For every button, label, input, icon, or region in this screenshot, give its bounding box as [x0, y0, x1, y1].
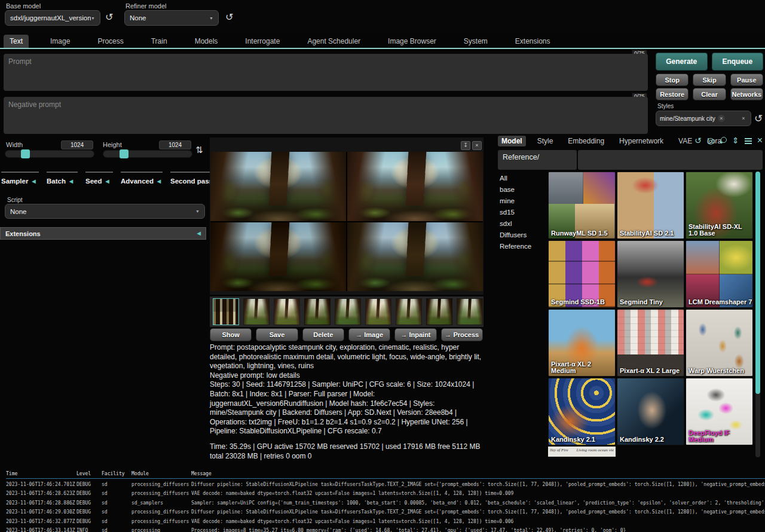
- height-slider[interactable]: [103, 150, 192, 158]
- networks-scan-icon[interactable]: ◎: [707, 136, 714, 145]
- styles-refresh-icon[interactable]: ↺: [754, 114, 763, 124]
- thumbnail[interactable]: [426, 298, 452, 325]
- width-value[interactable]: 1024: [61, 140, 93, 149]
- enqueue-button[interactable]: Enqueue: [712, 53, 764, 71]
- generated-image-grid[interactable]: [210, 152, 483, 291]
- accordion-advanced[interactable]: Advanced ◀: [121, 172, 163, 185]
- accordion-seed[interactable]: Seed ◀: [85, 172, 113, 185]
- networks-tab-embedding[interactable]: Embedding: [564, 136, 608, 146]
- category-mine[interactable]: mine: [500, 195, 531, 207]
- model-card[interactable]: RunwayML SD 1.5: [548, 172, 616, 239]
- clear-styles-icon[interactable]: ×: [740, 115, 747, 122]
- networks-tab-vae[interactable]: VAE: [675, 136, 696, 146]
- networks-search-input[interactable]: Reference/: [498, 150, 577, 170]
- view-menu-icon[interactable]: [745, 137, 752, 143]
- model-card[interactable]: StabilityAI SD-XL 1.0 Base: [686, 172, 753, 239]
- networks-tab-hypernetwork[interactable]: Hypernetwork: [616, 136, 667, 146]
- refiner-model-refresh-icon[interactable]: ↺: [225, 13, 233, 22]
- networks-scrollbar[interactable]: [755, 172, 760, 457]
- model-card-name: StabilityAI SD 2.1: [620, 230, 674, 237]
- width-slider[interactable]: [5, 150, 94, 158]
- base-model-refresh-icon[interactable]: ↺: [105, 13, 113, 22]
- thumbnail[interactable]: [457, 298, 483, 325]
- model-card[interactable]: StabilityAI SD 2.1: [617, 172, 684, 239]
- generate-button[interactable]: Generate: [656, 53, 708, 71]
- accordion-sampler[interactable]: Sampler ◀: [1, 172, 39, 185]
- thumbnail[interactable]: [365, 298, 391, 325]
- send-to-image-button[interactable]: → Image: [348, 328, 390, 341]
- styles-select[interactable]: mine/Steampunk city × ×: [656, 111, 751, 126]
- model-card[interactable]: DeepFloyd IF Medium: [686, 378, 753, 445]
- category-sd15[interactable]: sd15: [500, 207, 531, 218]
- restore-button[interactable]: Restore: [656, 88, 688, 100]
- tab-system[interactable]: System: [458, 35, 494, 48]
- category-reference[interactable]: Reference: [500, 241, 531, 252]
- tab-models[interactable]: Models: [189, 35, 224, 48]
- height-slider-handle[interactable]: [120, 149, 128, 158]
- thumbnail[interactable]: [396, 298, 422, 325]
- tab-image-browser[interactable]: Image Browser: [382, 35, 442, 48]
- search-icon[interactable]: [720, 137, 727, 144]
- scrollbar-thumb[interactable]: [755, 172, 760, 394]
- height-value[interactable]: 1024: [159, 140, 191, 149]
- generated-image[interactable]: [347, 222, 483, 292]
- download-image-icon[interactable]: ↧: [461, 141, 470, 150]
- generated-image[interactable]: [210, 222, 346, 292]
- tab-text[interactable]: Text: [4, 35, 29, 48]
- category-base[interactable]: base: [500, 184, 531, 195]
- category-all[interactable]: All: [500, 173, 531, 184]
- sort-updown-icon[interactable]: ⇕: [732, 136, 739, 145]
- pause-button[interactable]: Pause: [730, 74, 763, 86]
- thumbnail[interactable]: [243, 298, 270, 325]
- show-button[interactable]: Show: [210, 328, 252, 341]
- thumbnail[interactable]: [304, 298, 331, 325]
- clear-button[interactable]: Clear: [693, 88, 726, 100]
- model-card[interactable]: Pixart-α XL 2 Large: [617, 309, 684, 377]
- networks-tab-model[interactable]: Model: [498, 136, 526, 146]
- model-card[interactable]: Kandinsky 2.1: [548, 378, 616, 445]
- generated-image[interactable]: [210, 152, 346, 221]
- model-card-partial[interactable]: lley of Fire Living room ocean vie: [548, 447, 616, 457]
- refiner-model-select[interactable]: None ▼: [124, 10, 219, 26]
- close-networks-icon[interactable]: ×: [757, 136, 763, 145]
- accordion-batch[interactable]: Batch ◀: [47, 172, 78, 185]
- tab-image[interactable]: Image: [44, 35, 76, 48]
- base-model-select[interactable]: sdxl/juggernautXL_version6R ▼: [5, 10, 100, 26]
- info-performance: Time: 35.29s | GPU active 15702 MB reser…: [210, 442, 485, 461]
- networks-button[interactable]: Networks: [730, 88, 763, 100]
- thumbnail[interactable]: [335, 298, 361, 325]
- model-card[interactable]: Warp Wuerstchen: [686, 309, 753, 377]
- swap-dimensions-icon[interactable]: ⇅: [195, 145, 203, 154]
- generated-image[interactable]: [347, 152, 483, 221]
- model-card[interactable]: Segmind Tiny: [617, 240, 684, 308]
- thumbnail[interactable]: [274, 298, 300, 325]
- skip-button[interactable]: Skip: [693, 74, 726, 86]
- send-to-process-button[interactable]: → Process: [441, 328, 483, 341]
- networks-description-input[interactable]: [578, 150, 763, 170]
- extensions-accordion[interactable]: Extensions ◀: [0, 227, 206, 240]
- save-button[interactable]: Save: [256, 328, 298, 341]
- prompt-input[interactable]: [4, 54, 648, 91]
- tab-process[interactable]: Process: [91, 35, 129, 48]
- tab-train[interactable]: Train: [145, 35, 173, 48]
- tab-agent-scheduler[interactable]: Agent Scheduler: [301, 35, 366, 48]
- tab-extensions[interactable]: Extensions: [509, 35, 556, 48]
- networks-tab-style[interactable]: Style: [534, 136, 557, 146]
- delete-button[interactable]: Delete: [302, 328, 344, 341]
- tab-interrogate[interactable]: Interrogate: [239, 35, 286, 48]
- negative-prompt-input[interactable]: [4, 97, 648, 134]
- networks-refresh-icon[interactable]: ↺: [694, 136, 702, 145]
- width-slider-handle[interactable]: [21, 149, 30, 158]
- model-card[interactable]: Segmind SSD-1B: [548, 240, 616, 308]
- close-gallery-icon[interactable]: ×: [472, 141, 482, 150]
- stop-button[interactable]: Stop: [656, 74, 688, 86]
- category-diffusers[interactable]: Diffusers: [500, 230, 531, 241]
- model-card[interactable]: LCM Dreamshaper 7: [686, 240, 753, 308]
- send-to-inpaint-button[interactable]: → Inpaint: [394, 328, 436, 341]
- model-card[interactable]: Kandinsky 2.2: [617, 378, 684, 445]
- script-select[interactable]: None ▼: [5, 204, 205, 219]
- thumbnail-grid-selected[interactable]: [213, 298, 239, 325]
- remove-style-icon[interactable]: ×: [718, 115, 725, 122]
- model-card[interactable]: Pixart-α XL 2 Medium: [548, 309, 616, 377]
- category-sdxl[interactable]: sdxl: [500, 218, 531, 230]
